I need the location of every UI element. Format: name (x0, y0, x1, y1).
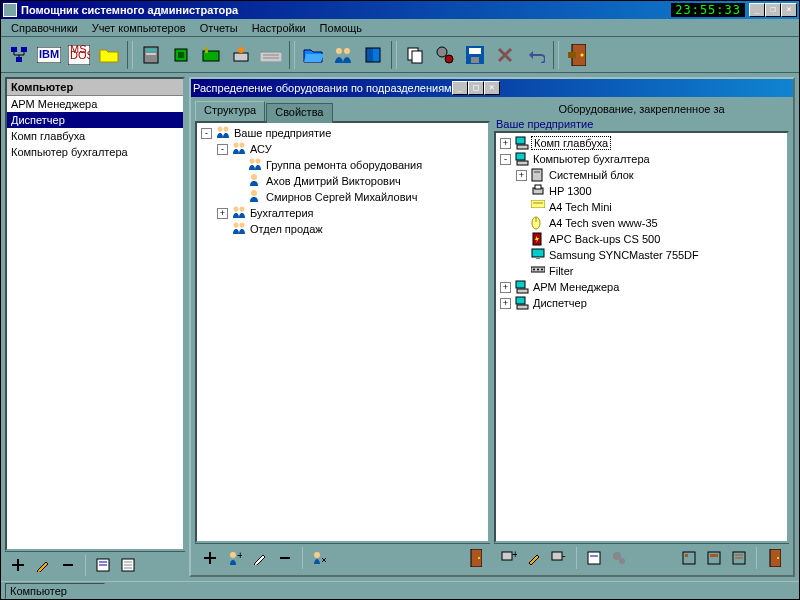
main-toolbar: IBM MSDOS (1, 37, 799, 73)
org-exit-button[interactable] (464, 547, 486, 569)
tree-expander[interactable]: + (516, 170, 527, 181)
eq-view1-button[interactable] (678, 547, 700, 569)
tree-row[interactable]: Отдел продаж (199, 221, 486, 237)
tree-row[interactable]: APC Back-ups CS 500 (498, 231, 785, 247)
inner-maximize-button[interactable]: □ (468, 81, 484, 95)
sidebar-item[interactable]: Компьютер бухгалтера (7, 144, 183, 160)
org-tree[interactable]: -Ваше предприятие-АСУГруппа ремонта обор… (195, 121, 490, 543)
sidebar-edit-button[interactable] (32, 554, 54, 576)
tree-row[interactable]: A4 Tech sven www-35 (498, 215, 785, 231)
tool-exit-icon[interactable] (563, 41, 591, 69)
eq-remove-pc-button[interactable]: - (548, 547, 570, 569)
tree-expander[interactable]: - (201, 128, 212, 139)
maximize-button[interactable]: ❐ (765, 3, 781, 17)
eq-edit-button[interactable] (523, 547, 545, 569)
tree-row[interactable]: Ахов Дмитрий Викторович (199, 173, 486, 189)
menu-reports[interactable]: Отчеты (194, 21, 244, 35)
tree-row[interactable]: -Ваше предприятие (199, 125, 486, 141)
tree-row[interactable]: +Системный блок (498, 167, 785, 183)
tool-undo-icon[interactable] (521, 41, 549, 69)
tool-keyboard-icon[interactable] (257, 41, 285, 69)
tool-openfolder-icon[interactable] (299, 41, 327, 69)
tree-row[interactable]: Samsung SYNCMaster 755DF (498, 247, 785, 263)
computer-list-panel: Компьютер АРМ МенеджераДиспетчерКомп гла… (5, 77, 185, 551)
sidebar-item[interactable]: АРМ Менеджера (7, 96, 183, 112)
inner-close-button[interactable]: × (484, 81, 500, 95)
tool-book-icon[interactable] (359, 41, 387, 69)
sidebar-list-button[interactable] (117, 554, 139, 576)
tool-network-icon[interactable] (5, 41, 33, 69)
minimize-button[interactable]: _ (749, 3, 765, 17)
tool-copy-icon[interactable] (401, 41, 429, 69)
menu-computers[interactable]: Учет компьютеров (86, 21, 192, 35)
svg-rect-2 (16, 57, 22, 62)
tab-properties[interactable]: Свойства (266, 103, 332, 123)
tool-peripheral-icon[interactable] (227, 41, 255, 69)
sidebar-item[interactable]: Диспетчер (7, 112, 183, 128)
statusbar: Компьютер (1, 581, 799, 599)
eq-view3-button[interactable] (728, 547, 750, 569)
menu-help[interactable]: Помощь (314, 21, 369, 35)
tool-users-icon[interactable] (329, 41, 357, 69)
tree-row[interactable]: -Компьютер бухгалтера (498, 151, 785, 167)
menu-settings[interactable]: Настройки (246, 21, 312, 35)
tree-expander[interactable]: - (217, 144, 228, 155)
tree-expander[interactable]: + (500, 282, 511, 293)
pc-icon (515, 296, 529, 310)
sidebar-form-button[interactable] (92, 554, 114, 576)
sidebar-toolbar (5, 551, 185, 577)
tool-msdos-icon[interactable]: MSDOS (65, 41, 93, 69)
sidebar-item[interactable]: Комп главбуха (7, 128, 183, 144)
org-person-add-button[interactable]: + (224, 547, 246, 569)
tool-delete-icon[interactable] (491, 41, 519, 69)
tree-expander[interactable]: - (500, 154, 511, 165)
eq-view2-button[interactable] (703, 547, 725, 569)
inner-minimize-button[interactable]: _ (452, 81, 468, 95)
tree-row[interactable]: +Бухгалтерия (199, 205, 486, 221)
org-remove-button[interactable] (274, 547, 296, 569)
tool-gears-icon[interactable] (431, 41, 459, 69)
tool-save-icon[interactable] (461, 41, 489, 69)
menu-references[interactable]: Справочники (5, 21, 84, 35)
org-edit-button[interactable] (249, 547, 271, 569)
eq-exit-button[interactable] (763, 547, 785, 569)
eq-form-button[interactable] (583, 547, 605, 569)
app-window: Помощник системного администратора 23:55… (0, 0, 800, 600)
filter-icon (531, 264, 545, 278)
eq-add-pc-button[interactable]: + (498, 547, 520, 569)
pc-icon (515, 136, 529, 150)
close-button[interactable]: × (781, 3, 797, 17)
tree-row[interactable]: A4 Tech Mini (498, 199, 785, 215)
org-assign-button[interactable] (309, 547, 331, 569)
tree-row[interactable]: +Диспетчер (498, 295, 785, 311)
tree-expander[interactable]: + (217, 208, 228, 219)
tree-expander[interactable]: + (500, 138, 511, 149)
tool-server-icon[interactable] (137, 41, 165, 69)
tree-expander[interactable]: + (500, 298, 511, 309)
svg-rect-91 (710, 554, 718, 557)
tree-row[interactable]: +Комп главбуха (498, 135, 785, 151)
equipment-tree[interactable]: +Комп главбуха-Компьютер бухгалтера+Сист… (494, 131, 789, 543)
svg-rect-95 (770, 549, 781, 567)
tree-row[interactable]: HP 1300 (498, 183, 785, 199)
tool-chip-icon[interactable] (167, 41, 195, 69)
tree-row[interactable]: +АРМ Менеджера (498, 279, 785, 295)
tab-structure[interactable]: Структура (195, 101, 265, 121)
svg-point-16 (238, 47, 244, 53)
tool-folder-icon[interactable] (95, 41, 123, 69)
tree-row[interactable]: Смирнов Сергей Михайлович (199, 189, 486, 205)
org-add-button[interactable] (199, 547, 221, 569)
tree-row[interactable]: Группа ремонта оборудования (199, 157, 486, 173)
sidebar-add-button[interactable] (7, 554, 29, 576)
svg-point-86 (613, 552, 621, 560)
svg-point-20 (336, 48, 342, 54)
sidebar-remove-button[interactable] (57, 554, 79, 576)
svg-point-42 (234, 143, 239, 148)
tree-row[interactable]: Filter (498, 263, 785, 279)
tree-row[interactable]: -АСУ (199, 141, 486, 157)
tool-ibm-icon[interactable]: IBM (35, 41, 63, 69)
tool-card-icon[interactable] (197, 41, 225, 69)
eq-gears-button[interactable] (608, 547, 630, 569)
svg-point-48 (234, 207, 239, 212)
mouse-icon (531, 216, 545, 230)
